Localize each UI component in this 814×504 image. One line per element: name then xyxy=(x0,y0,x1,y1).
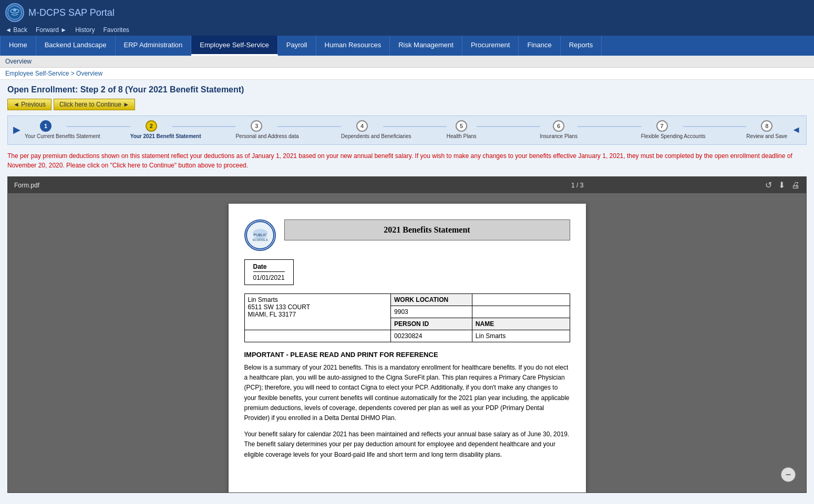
breadcrumb-link[interactable]: Employee Self-Service xyxy=(5,70,69,77)
step-2: 2 Your 2021 Benefit Statement xyxy=(130,120,172,139)
app-title-text: M-DCPS xyxy=(28,7,66,18)
step-1-label: Your Current Benefits Statement xyxy=(25,133,67,139)
step-connector-6-7 xyxy=(578,126,641,127)
logo-icon xyxy=(5,3,24,22)
step-connector-3-4 xyxy=(277,126,341,127)
step-3-label: Personal and Address data xyxy=(235,133,277,139)
progress-end-arrow: ◄ xyxy=(791,124,801,135)
breadcrumb: Employee Self-Service > Overview xyxy=(0,68,814,80)
pdf-date-label: Date xyxy=(253,263,285,272)
step-5-circle: 5 xyxy=(456,120,467,132)
nav-item-hr[interactable]: Human Resources xyxy=(316,36,390,56)
svg-point-0 xyxy=(8,6,22,19)
pdf-person-name-value: Lin Smarts xyxy=(472,330,570,342)
app-title: M-DCPS SAP Portal xyxy=(28,7,115,18)
pdf-address1: 6511 SW 133 COURT xyxy=(248,303,311,311)
nav-item-finance[interactable]: Finance xyxy=(519,36,560,56)
step-5-label: Health Plans xyxy=(447,133,477,139)
pdf-refresh-button[interactable]: ↺ xyxy=(765,180,772,190)
progress-start-arrow: ▶ xyxy=(13,124,20,135)
step-8: 8 Review and Save xyxy=(746,120,787,139)
step-connector-2-3 xyxy=(172,126,236,127)
step-1-circle: 1 xyxy=(40,120,51,132)
step-connector-1-2 xyxy=(67,126,130,127)
step-7-label: Flexible Spending Accounts xyxy=(641,133,683,139)
nav-history[interactable]: History xyxy=(75,26,95,34)
pdf-paragraph-2: Your benefit salary for calendar 2021 ha… xyxy=(244,429,570,460)
step-title: Open Enrollment: Step 2 of 8 (Your 2021 … xyxy=(7,85,807,94)
nav-item-home[interactable]: Home xyxy=(0,36,36,56)
step-4-circle: 4 xyxy=(356,120,368,132)
pdf-work-location-value: 9903 xyxy=(391,306,472,318)
nav-links-bar: ◄ Back Forward ► History Favorites xyxy=(0,25,814,36)
steps-container: 1 Your Current Benefits Statement 2 Your… xyxy=(25,120,787,139)
pdf-actions: ↺ ⬇ 🖨 xyxy=(765,180,800,190)
step-5: 5 Health Plans xyxy=(447,120,477,139)
pdf-date-box: Date 01/01/2021 xyxy=(244,259,294,285)
pdf-filename: Form.pdf xyxy=(14,182,390,189)
main-navigation: Home Backend Landscape ERP Administratio… xyxy=(0,36,814,56)
continue-button[interactable]: Click here to Continue ► xyxy=(54,99,135,110)
nav-item-payroll[interactable]: Payroll xyxy=(278,36,316,56)
overview-tab[interactable]: Overview xyxy=(0,56,814,68)
pdf-print-button[interactable]: 🖨 xyxy=(791,181,800,190)
school-logo: PUBLIC SCHOOLS xyxy=(244,219,276,251)
navigation-buttons: ◄ Previous Click here to Continue ► xyxy=(7,99,807,110)
pdf-address2: MIAMI, FL 33177 xyxy=(248,311,296,318)
pdf-important-heading: IMPORTANT - PLEASE READ AND PRINT FOR RE… xyxy=(244,351,570,359)
pdf-address-area xyxy=(244,330,391,342)
step-6-label: Insurance Plans xyxy=(540,133,578,139)
breadcrumb-current: Overview xyxy=(76,70,102,77)
step-4-label: Dependents and Beneficiaries xyxy=(341,133,383,139)
pdf-person-info-table: Lin Smarts 6511 SW 133 COURT MIAMI, FL 3… xyxy=(244,293,570,342)
pdf-work-location-empty xyxy=(472,294,570,306)
nav-item-risk[interactable]: Risk Management xyxy=(390,36,462,56)
pdf-work-location-label: WORK LOCATION xyxy=(391,294,472,306)
top-bar: M-DCPS SAP Portal xyxy=(0,0,814,25)
pdf-person-id-label: PERSON ID xyxy=(391,318,472,330)
pdf-date-value: 01/01/2021 xyxy=(253,274,285,281)
nav-item-erp[interactable]: ERP Administration xyxy=(116,36,192,56)
main-content: Open Enrollment: Step 2 of 8 (Your 2021 … xyxy=(0,80,814,504)
pdf-page: PUBLIC SCHOOLS 2021 Benefits Statement D… xyxy=(229,204,586,492)
step-3: 3 Personal and Address data xyxy=(235,120,277,139)
nav-forward[interactable]: Forward ► xyxy=(36,26,67,34)
svg-point-2 xyxy=(13,8,16,12)
pdf-toolbar: Form.pdf 1 / 3 ↺ ⬇ 🖨 xyxy=(8,177,806,193)
pdf-page-info: 1 / 3 xyxy=(390,182,766,189)
step-1: 1 Your Current Benefits Statement xyxy=(25,120,67,139)
pdf-download-button[interactable]: ⬇ xyxy=(778,180,785,190)
step-7: 7 Flexible Spending Accounts xyxy=(641,120,683,139)
nav-back[interactable]: ◄ Back xyxy=(5,26,27,34)
pdf-content[interactable]: PUBLIC SCHOOLS 2021 Benefits Statement D… xyxy=(8,193,806,492)
nav-favorites[interactable]: Favorites xyxy=(103,26,129,34)
breadcrumb-separator: > xyxy=(69,70,76,77)
step-6: 6 Insurance Plans xyxy=(540,120,578,139)
progress-bar: ▶ 1 Your Current Benefits Statement 2 Yo… xyxy=(7,116,807,145)
step-2-label: Your 2021 Benefit Statement xyxy=(130,133,172,139)
step-3-circle: 3 xyxy=(251,120,262,132)
pdf-person-id-value: 00230824 xyxy=(391,330,472,342)
pdf-viewer: Form.pdf 1 / 3 ↺ ⬇ 🖨 PUBLIC xyxy=(7,176,807,493)
nav-item-ess[interactable]: Employee Self-Service xyxy=(191,36,278,56)
nav-item-backend[interactable]: Backend Landscape xyxy=(36,36,116,56)
pdf-zoom-out-button[interactable]: − xyxy=(781,467,796,482)
pdf-name-label: NAME xyxy=(472,318,570,330)
pdf-work-location-value2 xyxy=(472,306,570,318)
pdf-document-title: 2021 Benefits Statement xyxy=(284,219,570,240)
step-8-label: Review and Save xyxy=(746,133,787,139)
logo-area: M-DCPS SAP Portal xyxy=(5,3,115,22)
app-subtitle-text: SAP Portal xyxy=(66,7,115,18)
previous-button[interactable]: ◄ Previous xyxy=(7,99,51,110)
step-connector-7-8 xyxy=(683,126,747,127)
step-connector-5-6 xyxy=(477,126,540,127)
step-2-circle: 2 xyxy=(146,120,157,132)
step-connector-4-5 xyxy=(383,126,447,127)
svg-text:SCHOOLS: SCHOOLS xyxy=(252,238,267,242)
pdf-paragraph-1: Below is a summary of your 2021 benefits… xyxy=(244,363,570,423)
nav-item-procurement[interactable]: Procurement xyxy=(462,36,519,56)
nav-item-reports[interactable]: Reports xyxy=(561,36,602,56)
step-8-circle: 8 xyxy=(761,120,772,132)
svg-text:PUBLIC: PUBLIC xyxy=(253,233,266,237)
step-4: 4 Dependents and Beneficiaries xyxy=(341,120,383,139)
